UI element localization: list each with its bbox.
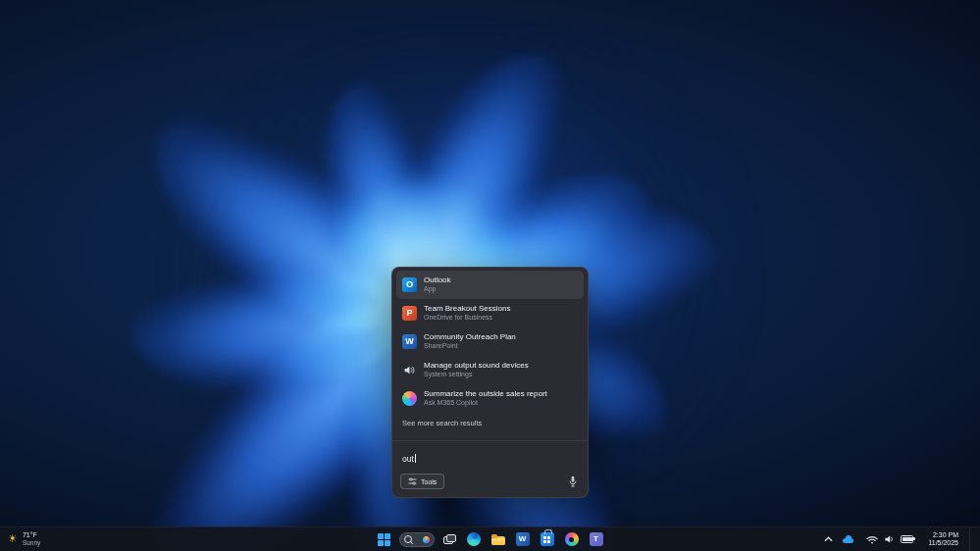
taskbar-search-box[interactable] — [399, 532, 435, 547]
taskbar-clock[interactable]: 2:30 PM 11/5/2025 — [924, 530, 962, 549]
outlook-app-icon: O — [402, 277, 417, 292]
weather-widget[interactable]: ☀ 71°F Sunny — [0, 531, 40, 547]
result-subtitle: App — [424, 285, 451, 294]
volume-icon — [883, 532, 896, 546]
start-button[interactable] — [375, 529, 394, 549]
word-file-icon: W — [402, 334, 417, 349]
tools-button-label: Tools — [421, 478, 437, 485]
windows-logo-icon — [378, 533, 390, 546]
tray-chevron-up-icon[interactable] — [822, 532, 835, 546]
edge-icon — [467, 532, 481, 546]
onedrive-icon[interactable] — [842, 532, 854, 546]
search-highlight-icon — [423, 536, 430, 543]
weather-temperature: 71°F — [23, 531, 40, 539]
result-title: Manage output sound devices — [424, 361, 529, 371]
photos-icon — [565, 532, 579, 546]
result-subtitle: Ask M365 Copilot — [424, 399, 547, 408]
result-title: Community Outreach Plan — [424, 332, 516, 342]
search-result-outlook[interactable]: O Outlook App — [396, 271, 584, 299]
teams-icon: T — [590, 532, 603, 546]
search-result-community-outreach[interactable]: W Community Outreach Plan SharePoint — [396, 327, 584, 356]
show-desktop-button[interactable] — [969, 527, 974, 551]
store-button[interactable] — [538, 529, 557, 549]
result-title: Summarize the outside sales report — [424, 389, 547, 399]
search-input[interactable]: out — [392, 440, 588, 470]
wifi-icon — [865, 532, 878, 546]
copilot-icon — [402, 391, 417, 406]
battery-icon — [901, 532, 913, 546]
edge-button[interactable] — [464, 529, 484, 549]
sliders-icon — [408, 477, 417, 485]
search-panel-footer: Tools — [392, 470, 588, 497]
word-button[interactable]: W — [513, 529, 533, 549]
weather-condition: Sunny — [23, 539, 40, 546]
search-query-text: out — [402, 454, 414, 464]
quick-settings-group[interactable] — [861, 530, 917, 548]
taskbar: ☀ 71°F Sunny W — [0, 526, 980, 551]
task-view-icon — [443, 534, 455, 544]
sun-icon: ☀ — [8, 533, 18, 544]
search-results-list: O Outlook App P Team Breakout Sessions O… — [392, 268, 588, 413]
word-icon: W — [516, 532, 530, 546]
result-subtitle: OneDrive for Business — [424, 314, 511, 323]
powerpoint-file-icon: P — [402, 306, 417, 321]
teams-button[interactable]: T — [587, 529, 606, 549]
system-tray: 2:30 PM 11/5/2025 — [822, 527, 980, 551]
microphone-icon[interactable] — [568, 476, 578, 487]
folder-icon — [491, 534, 505, 545]
search-result-output-sound[interactable]: Manage output sound devices System setti… — [396, 356, 584, 384]
tools-button[interactable]: Tools — [400, 474, 444, 489]
task-view-button[interactable] — [439, 529, 459, 549]
search-result-copilot-summarize[interactable]: Summarize the outside sales report Ask M… — [396, 384, 584, 413]
photos-button[interactable] — [562, 529, 582, 549]
clock-date: 11/5/2025 — [928, 539, 958, 547]
result-title: Team Breakout Sessions — [424, 304, 511, 314]
see-more-search-results-link[interactable]: See more search results — [392, 413, 588, 432]
search-icon — [404, 535, 412, 543]
file-explorer-button[interactable] — [489, 529, 508, 549]
taskbar-center-icons: W T — [375, 527, 606, 551]
speaker-icon — [402, 363, 417, 377]
result-title: Outlook — [424, 276, 451, 285]
search-result-team-breakout[interactable]: P Team Breakout Sessions OneDrive for Bu… — [396, 299, 584, 327]
result-subtitle: System settings — [424, 371, 529, 379]
store-icon — [541, 532, 554, 546]
clock-time: 2:30 PM — [933, 531, 958, 539]
result-subtitle: SharePoint — [424, 342, 516, 351]
search-flyout-panel: O Outlook App P Team Breakout Sessions O… — [391, 267, 589, 498]
text-caret — [415, 454, 416, 463]
